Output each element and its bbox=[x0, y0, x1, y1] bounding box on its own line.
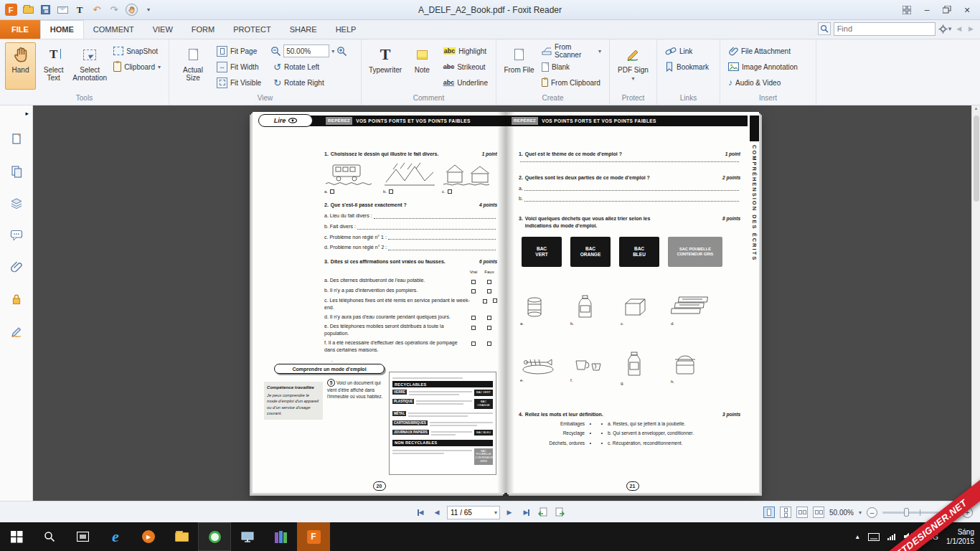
ui-style-button[interactable] bbox=[897, 3, 917, 17]
hand-quick-button[interactable] bbox=[125, 4, 138, 17]
zoom-level-combo[interactable] bbox=[283, 44, 329, 57]
media-player-icon[interactable]: ▶ bbox=[132, 522, 165, 551]
tab-home[interactable]: HOME bbox=[40, 20, 84, 39]
start-button[interactable] bbox=[0, 522, 33, 551]
attachments-panel-button[interactable] bbox=[10, 260, 23, 273]
qat-dropdown-button[interactable]: ▾ bbox=[142, 4, 155, 17]
fit-width-button[interactable]: ↔ Fit Width bbox=[214, 60, 264, 74]
page-number-combo[interactable]: ▾ bbox=[447, 506, 500, 519]
email-button[interactable] bbox=[56, 4, 69, 17]
find-previous-button[interactable]: ◀ bbox=[954, 25, 963, 32]
continuous-facing-view-button[interactable] bbox=[813, 507, 824, 518]
facing-view-button[interactable] bbox=[796, 507, 808, 518]
zoom-percentage[interactable]: 50.00% bbox=[829, 509, 854, 517]
pdf-sign-button[interactable]: PDF Sign ▾ bbox=[615, 42, 651, 90]
select-text-button[interactable]: T Select Text bbox=[38, 42, 69, 90]
touch-keyboard-icon[interactable] bbox=[868, 533, 880, 541]
highlight-button[interactable]: abc Highlight bbox=[440, 44, 491, 58]
typewriter-icon: T bbox=[380, 45, 391, 64]
create-from-scanner-button[interactable]: From Scanner ▾ bbox=[539, 44, 604, 58]
save-button[interactable] bbox=[39, 4, 52, 17]
clipboard-button[interactable]: Clipboard ▾ bbox=[110, 60, 164, 74]
foxit-reader-taskbar-icon[interactable]: F bbox=[297, 522, 330, 551]
zoom-slider-thumb[interactable] bbox=[904, 508, 909, 517]
scroll-up-icon[interactable]: ▴ bbox=[975, 105, 978, 110]
page-number-input[interactable] bbox=[448, 507, 492, 519]
zoom-out-button[interactable]: – bbox=[867, 507, 877, 518]
network-icon[interactable] bbox=[887, 534, 895, 540]
text-tool-button[interactable]: T bbox=[73, 4, 86, 17]
create-blank-button[interactable]: Blank bbox=[539, 60, 604, 74]
link-icon bbox=[665, 46, 677, 56]
note-button[interactable]: Note bbox=[406, 42, 438, 90]
fit-page-button[interactable]: Fit Page bbox=[214, 44, 264, 58]
task-view-button[interactable] bbox=[66, 522, 99, 551]
previous-page-button[interactable]: ◀ bbox=[430, 506, 443, 519]
undo-button[interactable]: ↶ bbox=[90, 4, 103, 17]
restore-button[interactable] bbox=[937, 3, 957, 17]
bookmark-button[interactable]: Bookmark bbox=[662, 60, 712, 74]
create-from-clipboard-button[interactable]: From Clipboard bbox=[539, 75, 604, 90]
thumbnails-panel-button[interactable] bbox=[10, 133, 23, 146]
zoom-in-button[interactable] bbox=[336, 46, 347, 57]
foxit-logo-icon[interactable]: F bbox=[4, 4, 17, 17]
title-bar: F T ↶ ↷ ▾ A_DELF_A2_Book.pdf - Foxit Rea… bbox=[0, 0, 980, 20]
status-bar: ◀ ◀ ▾ ▶ ▶ 50.00% ▾ – + bbox=[0, 501, 980, 522]
pages-panel-button[interactable] bbox=[10, 165, 23, 178]
comments-panel-button[interactable] bbox=[10, 230, 23, 241]
tab-form[interactable]: FORM bbox=[182, 20, 224, 39]
rotate-right-button[interactable]: ↻ Rotate Right bbox=[270, 75, 347, 90]
redo-button[interactable]: ↷ bbox=[108, 4, 121, 17]
link-button[interactable]: Link bbox=[662, 44, 712, 58]
next-view-button[interactable] bbox=[553, 506, 566, 519]
display-capture-app-icon[interactable] bbox=[231, 522, 264, 551]
security-panel-button[interactable] bbox=[10, 293, 23, 306]
layers-panel-button[interactable] bbox=[10, 197, 23, 210]
internet-explorer-icon[interactable]: e bbox=[99, 522, 132, 551]
tab-file[interactable]: FILE bbox=[0, 20, 40, 39]
hand-tool-button[interactable]: Hand bbox=[5, 42, 36, 90]
tab-protect[interactable]: PROTECT bbox=[224, 20, 281, 39]
close-button[interactable]: × bbox=[957, 3, 977, 17]
next-page-button[interactable]: ▶ bbox=[504, 506, 517, 519]
winrar-icon[interactable] bbox=[264, 522, 297, 551]
tab-share[interactable]: SHARE bbox=[281, 20, 326, 39]
tab-view[interactable]: VIEW bbox=[143, 20, 182, 39]
actual-size-button[interactable]: Actual Size bbox=[174, 42, 212, 90]
strikeout-button[interactable]: abc Strikeout bbox=[440, 60, 491, 74]
scrollbar-thumb[interactable] bbox=[974, 116, 979, 202]
search-button[interactable] bbox=[818, 22, 831, 35]
search-button[interactable] bbox=[33, 522, 66, 551]
open-file-button[interactable] bbox=[22, 4, 34, 17]
continuous-view-button[interactable] bbox=[780, 507, 791, 518]
snapshot-button[interactable]: SnapShot bbox=[110, 44, 164, 58]
tab-help[interactable]: HELP bbox=[326, 20, 366, 39]
audio-video-button[interactable]: ♪ Audio & Video bbox=[725, 75, 801, 90]
zoom-out-button[interactable] bbox=[270, 46, 281, 57]
bin-vert: BACVERT bbox=[522, 237, 562, 267]
fit-visible-button[interactable]: Fit Visible bbox=[214, 75, 264, 90]
file-attachment-button[interactable]: File Attachment bbox=[725, 44, 801, 58]
signature-panel-button[interactable] bbox=[10, 325, 23, 338]
typewriter-button[interactable]: T Typewriter bbox=[367, 42, 404, 90]
select-annotation-button[interactable]: Select Annotation bbox=[71, 42, 108, 90]
previous-view-button[interactable] bbox=[537, 506, 550, 519]
single-page-view-button[interactable] bbox=[763, 507, 775, 518]
minimize-button[interactable]: – bbox=[917, 3, 937, 17]
tab-comment[interactable]: COMMENT bbox=[84, 20, 143, 39]
search-options-button[interactable]: ▾ bbox=[938, 24, 952, 34]
find-input[interactable] bbox=[834, 22, 936, 36]
first-page-button[interactable]: ◀ bbox=[414, 506, 427, 519]
show-hidden-icons-button[interactable]: ▲ bbox=[854, 534, 860, 540]
create-from-file-button[interactable]: From File bbox=[501, 42, 537, 90]
panel-expand-button[interactable]: ▸ bbox=[25, 110, 29, 117]
last-page-button[interactable]: ▶ bbox=[520, 506, 533, 519]
find-next-button[interactable]: ▶ bbox=[966, 25, 976, 32]
underline-button[interactable]: abc Underline bbox=[440, 75, 491, 90]
file-explorer-icon[interactable] bbox=[165, 522, 198, 551]
rotate-left-button[interactable]: ↺ Rotate Left bbox=[270, 60, 347, 74]
image-annotation-button[interactable]: Image Annotation bbox=[725, 60, 801, 74]
app-green-icon[interactable] bbox=[198, 522, 231, 551]
vertical-scrollbar[interactable]: ▴ bbox=[971, 105, 980, 501]
taskbar-clock[interactable]: Sáng 1/1/2015 bbox=[946, 527, 974, 546]
